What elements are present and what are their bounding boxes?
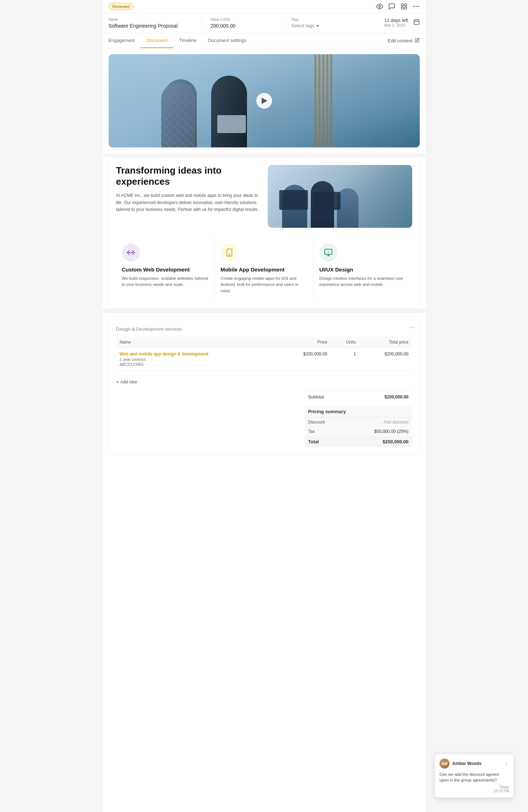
name-label: Name [109,18,193,22]
pricing-section: ··· Design & Development services Name P… [109,319,420,455]
hero-overlay [109,54,420,147]
plus-icon: + [116,379,119,385]
pencil-icon [415,38,420,44]
intro-body: At ACME Inc., we build custom web and mo… [116,192,261,213]
tab-document[interactable]: Document [141,33,173,48]
ux-design-title: UI/UX Design [319,266,406,273]
tab-document-settings[interactable]: Document settings [202,33,252,48]
chat-header: AW Amber Woods ⋮ [439,759,509,769]
tags-select[interactable]: Select tags ▾ [291,23,376,28]
svg-point-5 [413,6,414,7]
pricing-section-label: Design & Development services [116,326,412,332]
chevron-down-icon: ▾ [317,23,319,28]
top-bar-icons [376,3,420,10]
svg-point-12 [229,254,230,255]
fields-row: Name Software Engineering Proposal Value… [103,13,425,33]
chat-more-icon[interactable]: ⋮ [504,761,509,766]
svg-point-6 [415,6,417,7]
table-header-row: Name Price Units Total price [116,337,412,348]
chat-user-name: Amber Woods [452,761,481,766]
svg-rect-3 [404,7,406,9]
value-label: Value (USD) [210,18,274,22]
play-button[interactable] [256,93,272,109]
pricing-summary-box: Pricing summary Discount Add discount Ta… [305,406,412,447]
totals-area: Subtotal $200,000.00 Pricing summary Dis… [116,391,412,447]
edit-content-button[interactable]: Edit content [388,38,420,44]
pricing-dots-menu[interactable]: ··· [409,324,415,331]
col-total: Total price [360,337,412,348]
service-card-web: Custom Web Development We build responsi… [116,236,215,301]
item-total-cell: $200,000.00 [360,348,412,370]
ux-design-icon-circle [319,244,337,261]
col-name: Name [116,337,279,348]
team-image [268,165,412,228]
svg-rect-8 [414,20,419,25]
totals-table: Subtotal $200,000.00 Pricing summary Dis… [305,391,412,447]
intro-section: ··· Transforming ideas into experiences … [109,157,420,309]
tags-field-group: Tags Select tags ▾ [291,18,384,28]
service-card-ux: UI/UX Design Design intuitive interfaces… [314,236,412,301]
separator-1 [103,153,425,157]
svg-point-7 [418,6,419,7]
total-row: Total $250,000.00 [305,436,412,447]
item-price-cell: $200,000.00 [278,348,331,370]
discount-row: Discount Add discount [305,417,412,427]
chat-bubble: AW Amber Woods ⋮ Can we add the discount… [435,754,514,798]
eye-icon[interactable] [376,3,383,10]
comment-icon[interactable] [388,3,395,10]
ux-design-desc: Design intuitive interfaces for a seamle… [319,275,406,288]
content-left: Transforming ideas into experiences At A… [116,165,261,213]
tax-label: Tax [308,429,315,434]
tab-engagement[interactable]: Engagement [109,33,141,48]
add-discount-link[interactable]: Add discount [384,420,408,425]
item-units-cell: 1 [331,348,360,370]
total-label: Total [308,439,319,444]
name-value[interactable]: Software Engineering Proposal [109,23,193,29]
pricing-summary-header: Pricing summary [305,406,412,417]
svg-point-0 [379,6,380,8]
service-card-mobile: Mobile App Development Create engaging m… [215,236,314,301]
subtotal-label: Subtotal [308,395,324,400]
calendar-icon[interactable] [413,19,420,26]
more-icon[interactable] [413,3,420,10]
svg-rect-4 [401,7,403,9]
services-grid: Custom Web Development We build responsi… [116,236,412,301]
tags-label: Tags [291,18,376,22]
content-split: Transforming ideas into experiences At A… [116,165,412,228]
hero-section [103,48,425,153]
top-bar: Reviewed [103,0,425,13]
mobile-dev-icon-circle [220,244,238,261]
reviewed-badge: Reviewed [109,3,134,10]
tax-value: $50,000.00 (25%) [374,429,408,434]
total-value: $250,000.00 [382,439,408,444]
tab-timeline[interactable]: Timeline [173,33,202,48]
table-row: Web and mobile app design & development … [116,348,412,370]
add-new-button[interactable]: + Add new [116,376,412,388]
tabs-row: Engagement Document Timeline Document se… [103,33,425,48]
tax-row: Tax $50,000.00 (25%) [305,427,412,436]
share-icon[interactable] [400,3,408,10]
web-dev-title: Custom Web Development [122,266,209,273]
item-sub-2: ABCD123455 [120,362,275,367]
discount-label: Discount [308,420,325,425]
name-field-group: Name Software Engineering Proposal [109,18,202,29]
days-left-area: 11 days left Mar 2, 2023 [384,18,420,27]
web-dev-icon-circle [122,244,140,261]
chat-user-info: AW Amber Woods [439,759,504,769]
separator-2 [103,309,425,313]
item-name: Web and mobile app design & development [120,351,275,357]
item-name-cell: Web and mobile app design & development … [116,348,279,370]
tags-placeholder: Select tags [291,23,314,28]
days-left-text: 11 days left [384,18,408,23]
monitor-1 [279,190,308,210]
mobile-dev-title: Mobile App Development [220,266,308,273]
chat-avatar: AW [439,759,449,769]
value-field-group: Value (USD) 200,000.00 [210,18,283,29]
col-price: Price [278,337,331,348]
chat-message: Can we add the discount agreed upon in t… [439,771,509,783]
play-triangle-icon [262,98,267,104]
col-units: Units [331,337,360,348]
due-date: Mar 2, 2023 [384,23,408,27]
web-dev-desc: We build responsive, scalable websites t… [122,275,209,288]
value-value[interactable]: 200,000.00 [210,23,274,29]
